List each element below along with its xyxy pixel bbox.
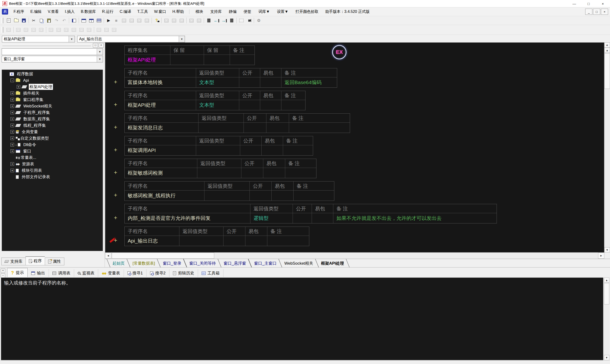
tree-item[interactable]: +窗口 <box>2 148 103 154</box>
mdi-document-icon[interactable]: 易 <box>2 9 8 14</box>
panel-close-icon[interactable]: × <box>99 43 104 48</box>
expand-icon[interactable]: + <box>11 136 14 140</box>
editor-tab-框架API处理[interactable]: 框架API处理 <box>315 259 350 268</box>
subroutine-table[interactable]: 子程序名返回值类型公开易包备 注富媒体本地转换文本型返回Base64编码 <box>124 68 337 88</box>
scroll-left-icon[interactable]: ◄ <box>105 252 111 259</box>
nav-latest-button[interactable] <box>228 17 235 24</box>
output-vertical-scrollbar[interactable]: ▲ ▼ <box>604 277 609 360</box>
table-row[interactable]: 富媒体本地转换文本型返回Base64编码 <box>125 78 337 87</box>
layout-split-button[interactable] <box>88 17 95 24</box>
expand-icon[interactable]: + <box>11 130 14 134</box>
panel-window-combo[interactable]: 窗口_悬浮窗 ▼ <box>2 56 103 62</box>
editor-tab-窗口_登录[interactable]: 窗口_登录 <box>157 259 187 268</box>
tree-item[interactable]: +◆◆资源表 <box>2 161 103 167</box>
table-row[interactable]: 内部_检测是否是官方允许的事件回复逻辑型如果不允许就是发不出去，允许的才可以发出… <box>125 213 497 223</box>
table-row[interactable]: 框架API处理 <box>125 55 255 65</box>
editor-tab-WebSocket相关[interactable]: WebSocket相关 <box>279 259 319 268</box>
scrollbar-thumb[interactable] <box>112 252 214 259</box>
panel-tab-属性[interactable]: 属性 <box>45 258 64 265</box>
scrollbar-track[interactable] <box>604 89 610 247</box>
open-file-button[interactable] <box>13 17 20 24</box>
expand-icon[interactable]: + <box>11 124 14 127</box>
subroutine-table[interactable]: 子程序名返回值类型公开易包备 注框架调用API <box>124 136 313 156</box>
settings-button[interactable]: ⚙ <box>255 17 263 24</box>
expand-icon[interactable]: + <box>11 169 14 172</box>
panel-top-combo[interactable]: ▼ <box>2 48 103 55</box>
new-file-button[interactable] <box>5 17 13 24</box>
capture-window-button[interactable] <box>238 17 245 24</box>
tree-item[interactable]: +常量表... <box>2 154 103 161</box>
output-tab-搜寻1[interactable]: 搜寻1 <box>124 269 146 277</box>
scrollbar-thumb[interactable] <box>604 53 610 89</box>
editor-tab-[常量数据表][interactable]: [常量数据表] <box>127 259 161 268</box>
chevron-down-icon[interactable]: ▼ <box>97 56 103 62</box>
run-button[interactable]: ▶ <box>105 17 113 24</box>
menu-tool-模块[interactable]: 模块 <box>192 9 207 14</box>
output-tab-调用表[interactable]: 调用表 <box>49 269 74 277</box>
menu-tool-设置▼[interactable]: 设置▼ <box>273 9 292 14</box>
expand-icon[interactable]: + <box>11 143 14 146</box>
editor-horizontal-scrollbar[interactable]: ◄ ► <box>105 252 604 259</box>
editor-tab-窗口_悬浮窗[interactable]: 窗口_悬浮窗 <box>218 259 252 268</box>
expand-row-icon[interactable]: + <box>114 192 117 198</box>
copy-button[interactable] <box>38 17 45 24</box>
menu-tool-词库▼[interactable]: 词库▼ <box>255 9 273 14</box>
menu-tool-静编[interactable]: 静编 <box>225 9 240 14</box>
table-row[interactable]: 敏感词检测_线程执行 <box>125 191 334 201</box>
mdi-minimize-button[interactable]: _ <box>585 9 592 15</box>
panel-maximize-icon[interactable]: □ <box>93 43 98 48</box>
sound-button[interactable] <box>245 17 253 24</box>
assembly-combo[interactable]: 框架API处理 ▼ <box>2 36 75 42</box>
table-row[interactable]: 框架API处理文本型 <box>125 100 305 110</box>
expand-row-icon[interactable]: + <box>114 102 117 107</box>
toolbar-grip[interactable] <box>1 27 3 33</box>
expand-row-icon[interactable]: + <box>114 147 117 153</box>
collapse-panel-icon[interactable]: « <box>604 42 610 48</box>
layout-single-button[interactable] <box>80 17 88 24</box>
table-row[interactable]: 框架敏感词检测 <box>125 168 316 178</box>
scroll-up-icon[interactable]: ▲ <box>604 277 609 283</box>
scroll-up-icon[interactable]: ▲ <box>604 48 610 53</box>
subroutine-table[interactable]: 子程序名返回值类型公开易包备 注Api_输出日志 <box>124 227 309 246</box>
mdi-close-button[interactable]: × <box>601 9 608 15</box>
layout-grid-button[interactable] <box>95 17 103 24</box>
subroutine-table[interactable]: 子程序名返回值类型公开易包备 注内部_检测是否是官方允许的事件回复逻辑型如果不允… <box>124 204 497 223</box>
tree-item[interactable]: +全局变量 <box>2 129 103 135</box>
paste-button[interactable] <box>45 17 53 24</box>
tree-item[interactable]: +外部文件记录表 <box>2 174 103 180</box>
subroutine-table[interactable]: 子程序名返回值类型公开易包备 注框架敏感词检测 <box>124 159 316 178</box>
chevron-down-icon[interactable]: ▼ <box>97 49 103 55</box>
expand-icon[interactable]: + <box>11 162 14 166</box>
menu-H.帮助[interactable]: H.帮助 <box>169 9 187 14</box>
hint-content[interactable]: 输入或修改当前子程序的名称。 <box>1 277 603 360</box>
tree-item[interactable]: +子程序_程序集 <box>2 109 103 116</box>
scrollbar-track[interactable] <box>214 252 598 259</box>
tree-item[interactable]: +框架API处理 <box>2 84 103 90</box>
menu-T.工具[interactable]: T.工具 <box>134 9 151 14</box>
close-icon[interactable]: × <box>1 269 5 273</box>
output-tab-工具箱[interactable]: 工具箱 <box>198 269 223 277</box>
panel-toggle-button[interactable] <box>205 17 213 24</box>
editor-tab-窗口_主窗口[interactable]: 窗口_主窗口 <box>248 259 282 268</box>
menu-I.插入[interactable]: I.插入 <box>62 9 78 14</box>
scrollbar-track[interactable] <box>604 304 609 355</box>
float-icon[interactable]: ▫ <box>1 273 5 278</box>
tree-item[interactable]: -Api <box>2 77 103 84</box>
compile-resource-button[interactable] <box>178 17 185 24</box>
assembly-table[interactable]: 程序集名保 留保 留备 注框架API处理 <box>124 46 255 65</box>
scrollbar-thumb[interactable] <box>604 283 609 304</box>
compile-exe-button[interactable] <box>163 17 170 24</box>
menu-tool-支持库[interactable]: 支持库 <box>207 9 225 14</box>
collapse-icon[interactable]: - <box>11 78 14 82</box>
close-button[interactable]: × <box>596 0 610 7</box>
nav-forward-button[interactable]: → <box>220 17 228 24</box>
nav-back-button[interactable]: ← <box>213 17 220 24</box>
subroutine-table[interactable]: 子程序名返回值类型公开易包备 注框架API处理文本型 <box>124 91 305 110</box>
save-button[interactable] <box>20 17 28 24</box>
tree-item[interactable]: +Dll命令 <box>2 142 103 148</box>
expand-icon[interactable]: + <box>11 98 14 102</box>
tree-item[interactable]: +插件相关 <box>2 90 103 96</box>
editor-tab-窗口_关闭等待[interactable]: 窗口_关闭等待 <box>183 259 221 268</box>
toolbar-grip[interactable] <box>1 18 3 23</box>
table-row[interactable]: Api_输出日志 <box>125 236 309 246</box>
